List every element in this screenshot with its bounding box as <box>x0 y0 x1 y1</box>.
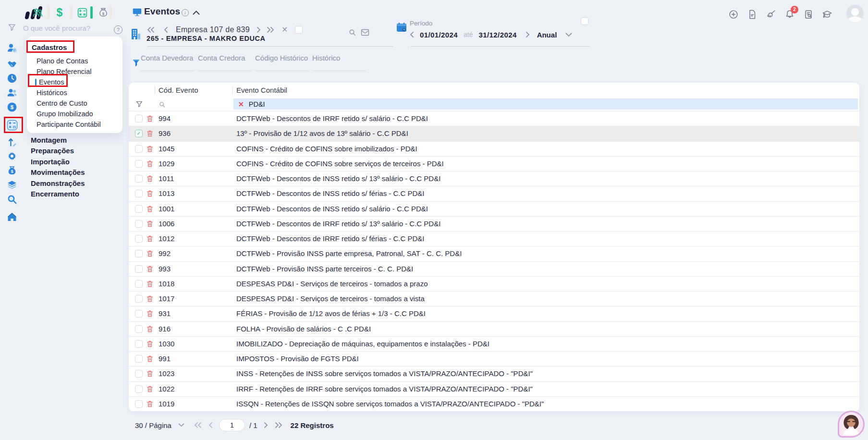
users-icon[interactable] <box>6 87 18 98</box>
row-checkbox[interactable] <box>135 295 143 303</box>
search-audit-icon[interactable] <box>6 194 18 205</box>
row-checkbox[interactable] <box>135 370 143 378</box>
delete-row-icon[interactable] <box>147 130 153 137</box>
notifications-bell-icon[interactable]: 2 <box>784 9 795 20</box>
table-row[interactable]: 1022 IRRF - Retenções de IRRF sobre serv… <box>129 382 859 397</box>
code-filter-search-icon[interactable] <box>159 101 166 108</box>
sidebar-nav-item-movimentações[interactable]: Movimentações <box>31 167 85 178</box>
filter-tab[interactable]: Histórico <box>312 50 366 71</box>
submenu-item[interactable]: Plano de Contas <box>27 56 122 66</box>
prev-period-icon[interactable] <box>409 31 414 38</box>
document-icon[interactable] <box>747 9 758 20</box>
submenu-item-eventos[interactable]: Eventos <box>27 77 122 87</box>
filter-tab[interactable]: Conta Credora <box>198 50 252 71</box>
row-checkbox[interactable] <box>135 190 143 197</box>
delete-row-icon[interactable] <box>147 370 153 378</box>
submenu-item[interactable]: Históricos <box>27 87 122 98</box>
user-settings-icon[interactable] <box>6 42 18 54</box>
table-row[interactable]: 1045 COFINS - Crédito de COFINS sobre im… <box>129 142 859 157</box>
handshake-icon[interactable] <box>6 58 18 70</box>
company-name[interactable]: 265 - EMPRESA - MAKRO EDUCA <box>147 35 266 42</box>
delete-row-icon[interactable] <box>147 325 153 333</box>
coin-dollar-icon[interactable]: $ <box>6 101 18 113</box>
delete-row-icon[interactable] <box>147 400 153 408</box>
row-checkbox[interactable] <box>135 235 143 243</box>
column-header-description[interactable]: Evento Contábil <box>236 86 287 94</box>
row-checkbox[interactable] <box>135 250 143 257</box>
delete-row-icon[interactable] <box>147 220 153 228</box>
page-size-chevron-icon[interactable] <box>178 423 184 427</box>
delete-row-icon[interactable] <box>147 145 153 153</box>
delete-row-icon[interactable] <box>147 160 153 168</box>
next-company-icon[interactable] <box>257 26 261 33</box>
submenu-item[interactable]: Grupo Imobilizado <box>27 109 122 119</box>
period-start-date[interactable]: 01/01/2024 <box>420 31 458 39</box>
table-row[interactable]: 993 DCTFWeb - Provisão INSS parte tercei… <box>129 262 859 277</box>
row-checkbox[interactable] <box>135 115 143 122</box>
delete-row-icon[interactable] <box>147 115 153 122</box>
row-checkbox[interactable] <box>135 160 143 168</box>
module-money-bag-icon[interactable]: $ <box>97 6 110 19</box>
table-row[interactable]: 1030 IMOBILIZADO - Depreciação de máquin… <box>129 337 859 352</box>
pen-arrow-icon[interactable] <box>6 136 18 147</box>
delete-row-icon[interactable] <box>147 190 153 197</box>
delete-row-icon[interactable] <box>147 205 153 213</box>
company-search-icon[interactable] <box>348 28 356 37</box>
calendar-icon[interactable] <box>396 22 407 33</box>
table-row[interactable]: 1011 DCTFWeb - Descontos de INSS retido … <box>129 171 859 186</box>
table-row[interactable]: 994 DCTFWeb - Descontos de IRRF retido s… <box>129 111 859 126</box>
table-row[interactable]: 1013 DCTFWeb - Descontos de INSS retido … <box>129 186 859 201</box>
mail-icon[interactable] <box>361 29 369 36</box>
audit-log-icon[interactable] <box>803 9 814 20</box>
prev-page-icon[interactable] <box>208 422 213 428</box>
delete-row-icon[interactable] <box>147 310 153 318</box>
row-checkbox[interactable] <box>135 310 143 318</box>
learning-graduation-cap-icon[interactable] <box>822 9 832 20</box>
delete-row-icon[interactable] <box>147 175 153 183</box>
column-header-code[interactable]: Cód. Evento <box>159 86 198 94</box>
row-checkbox[interactable] <box>135 385 143 393</box>
support-chat-widget[interactable] <box>838 411 865 438</box>
calculator-icon[interactable] <box>6 119 19 132</box>
row-checkbox[interactable] <box>135 145 143 153</box>
delete-row-icon[interactable] <box>147 385 153 393</box>
module-accounting-icon[interactable] <box>76 6 88 19</box>
filter-tab[interactable]: Conta Devedora <box>141 50 195 71</box>
page-size-select[interactable]: 30 / Página <box>135 421 171 429</box>
last-page-icon[interactable] <box>275 422 282 428</box>
period-mode-chevron-icon[interactable] <box>565 33 572 37</box>
row-filter-funnel-icon[interactable] <box>135 100 143 108</box>
delete-row-icon[interactable] <box>147 295 153 303</box>
submenu-item[interactable]: Centro de Custo <box>27 98 122 109</box>
gear-icon[interactable] <box>6 150 18 162</box>
table-row[interactable]: 1019 ISSQN - Retenções de ISSQN sobre se… <box>129 397 859 412</box>
last-company-icon[interactable] <box>267 26 274 33</box>
layers-icon[interactable] <box>6 179 18 191</box>
table-row[interactable]: 1012 DCTFWeb - Descontos de IRRF retido … <box>129 232 859 246</box>
table-row[interactable]: 992 DCTFWeb - Provisão INSS parte empres… <box>129 246 859 261</box>
sidebar-nav-item-preparações[interactable]: Preparações <box>31 146 85 156</box>
table-row[interactable]: 916 FOLHA - Provisão de salários - C .C … <box>129 322 859 337</box>
table-filter-funnel-icon[interactable] <box>132 57 141 69</box>
sidebar-nav-item-encerramento[interactable]: Encerramento <box>31 189 85 199</box>
home-icon[interactable] <box>6 211 18 223</box>
table-row[interactable]: 1029 COFINS - Crédito de COFINS sobre se… <box>129 157 859 171</box>
submenu-item[interactable]: Plano Referencial <box>27 66 122 77</box>
row-checkbox[interactable] <box>135 220 143 228</box>
table-row[interactable]: 1018 DESPESAS PD&I - Serviços de terceir… <box>129 277 859 292</box>
row-checkbox[interactable] <box>135 175 143 183</box>
clear-company-icon[interactable]: ✕ <box>281 26 288 34</box>
company-checkbox[interactable] <box>295 26 303 34</box>
row-checkbox[interactable] <box>135 205 143 213</box>
clear-filter-icon[interactable]: ✕ <box>238 100 244 108</box>
table-row[interactable]: 1006 DCTFWeb - Descontos de IRRF retido … <box>129 217 859 232</box>
filter-funnel-icon[interactable] <box>8 23 16 32</box>
row-checkbox[interactable] <box>135 325 143 333</box>
add-icon[interactable] <box>728 9 739 20</box>
collapse-chevron-icon[interactable] <box>193 11 200 15</box>
row-checkbox[interactable] <box>135 400 143 408</box>
table-row[interactable]: 931 FÉRIAS - Provisão de 1/12 avos de fé… <box>129 306 859 321</box>
first-company-icon[interactable] <box>147 26 155 33</box>
row-checkbox[interactable]: ✓ <box>135 130 143 137</box>
row-checkbox[interactable] <box>135 355 143 363</box>
